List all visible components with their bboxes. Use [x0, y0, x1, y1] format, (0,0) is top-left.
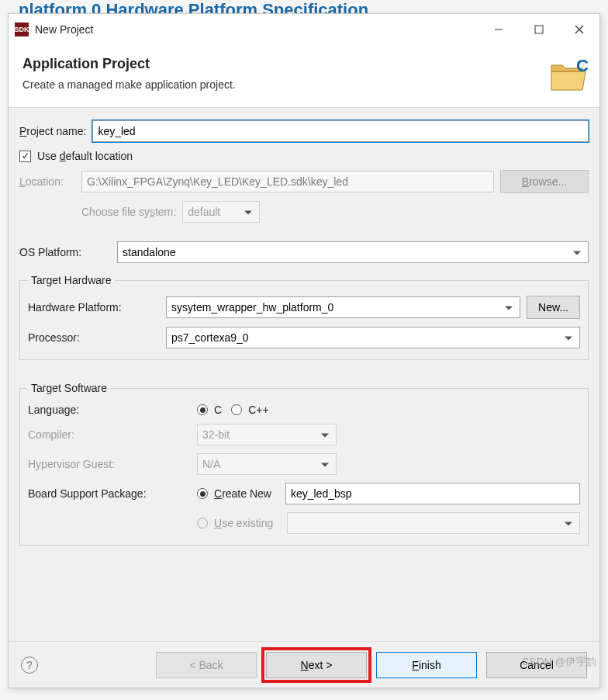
os-platform-row: OS Platform: standalone	[19, 241, 589, 263]
language-label: Language:	[28, 404, 191, 416]
hypervisor-label: Hypervisor Guest:	[28, 458, 191, 470]
target-software-group: Target Software Language: C C++ Compiler…	[19, 382, 589, 546]
bsp-create-new-radio[interactable]	[197, 488, 208, 499]
dialog-header: Application Project Create a managed mak…	[9, 45, 599, 108]
os-platform-select[interactable]: standalone	[117, 241, 589, 263]
language-c-label: C	[214, 404, 222, 416]
target-software-legend: Target Software	[28, 382, 110, 394]
help-icon[interactable]: ?	[21, 657, 38, 674]
project-name-input[interactable]	[92, 120, 589, 142]
bsp-existing-select	[287, 512, 580, 534]
target-hardware-legend: Target Hardware	[28, 274, 115, 286]
location-row: Location: Browse...	[19, 170, 589, 193]
file-system-select: default	[182, 201, 260, 223]
bsp-use-existing-label: Use existing	[214, 517, 273, 529]
location-label: Location:	[19, 175, 75, 188]
project-name-label: Project name:	[19, 125, 86, 137]
folder-c-icon: C	[548, 56, 586, 93]
project-name-row: Project name:	[19, 120, 589, 142]
bsp-label: Board Support Package:	[28, 487, 191, 500]
finish-button[interactable]: Finish	[376, 652, 477, 678]
bsp-create-new-label: Create New	[214, 487, 271, 500]
compiler-label: Compiler:	[28, 428, 191, 441]
form-area: Project name: ✓ Use default location Loc…	[9, 108, 599, 641]
file-system-row: Choose file system: default	[19, 201, 589, 223]
sdk-icon: SDK	[15, 23, 29, 36]
svg-text:C: C	[576, 56, 589, 75]
minimize-button[interactable]	[478, 14, 519, 45]
compiler-select: 32-bit	[197, 424, 337, 445]
language-cpp-radio[interactable]	[231, 404, 242, 415]
svg-rect-1	[535, 26, 543, 33]
bsp-use-existing-radio	[197, 518, 208, 528]
new-project-dialog: SDK New Project Application Project Crea…	[8, 13, 600, 688]
page-subtitle: Create a managed make application projec…	[22, 78, 548, 91]
page-title: Application Project	[22, 56, 548, 72]
browse-button: Browse...	[500, 170, 589, 193]
bsp-name-input[interactable]	[285, 483, 580, 504]
new-hw-button[interactable]: New...	[527, 296, 580, 319]
close-button[interactable]	[559, 14, 599, 45]
hw-platform-label: Hardware Platform:	[28, 301, 160, 314]
language-c-radio[interactable]	[197, 404, 208, 415]
use-default-location-label: Use default location	[37, 150, 133, 162]
next-button[interactable]: Next >	[266, 652, 367, 678]
processor-select[interactable]: ps7_cortexa9_0	[166, 327, 580, 348]
target-hardware-group: Target Hardware Hardware Platform: sysyt…	[19, 274, 589, 360]
dialog-footer: ? < Back Next > Finish Cancel	[9, 641, 599, 688]
os-platform-label: OS Platform:	[19, 246, 111, 258]
cancel-button[interactable]: Cancel	[486, 652, 587, 678]
maximize-button[interactable]	[519, 14, 559, 45]
file-system-label: Choose file system:	[81, 206, 176, 218]
hw-platform-select[interactable]: sysytem_wrapper_hw_platform_0	[166, 296, 520, 318]
window-title: New Project	[35, 23, 478, 36]
hypervisor-select: N/A	[197, 453, 337, 475]
back-button: < Back	[156, 652, 257, 678]
use-default-location-checkbox[interactable]: ✓	[19, 151, 31, 162]
language-cpp-label: C++	[248, 404, 268, 416]
use-default-location-row: ✓ Use default location	[19, 150, 589, 162]
titlebar: SDK New Project	[9, 14, 599, 45]
location-input	[81, 171, 494, 192]
processor-label: Processor:	[28, 331, 160, 344]
